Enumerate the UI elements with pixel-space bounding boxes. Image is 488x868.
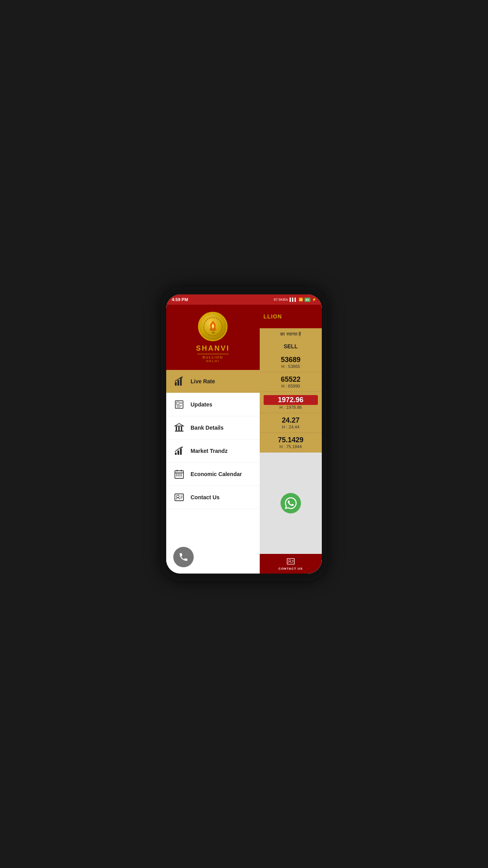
status-right: 97.5KB/s ▌▌▌ 📶 81 ⚡: [273, 298, 316, 302]
contact-us-bar[interactable]: CONTACT US: [260, 554, 322, 574]
economic-calendar-icon: [173, 468, 185, 480]
logo-circle: पंडित: [198, 312, 227, 341]
logo-subtitle: BULLION: [196, 355, 230, 359]
contact-us-bar-label: CONTACT US: [279, 567, 303, 570]
fab-area: [166, 541, 260, 574]
charging-icon: ⚡: [312, 298, 316, 302]
logo-underline: [197, 354, 229, 354]
wifi-icon: 📶: [299, 298, 303, 302]
svg-rect-5: [180, 378, 182, 386]
market-trandz-icon: [173, 445, 185, 457]
contact-us-bar-icon: [286, 557, 295, 566]
main-content: LLION का स्वागत है SELL 53689 H : 53865 …: [260, 305, 322, 574]
menu-item-economic-calendar[interactable]: Economic Calendar: [166, 463, 260, 486]
phone-screen: 4:59 PM 97.5KB/s ▌▌▌ 📶 81 ⚡: [166, 294, 322, 574]
svg-rect-27: [178, 474, 180, 474]
market-trandz-label: Market Trandz: [191, 448, 227, 454]
menu-item-contact-us[interactable]: Contact Us: [166, 486, 260, 509]
contact-us-label: Contact Us: [191, 494, 220, 500]
svg-point-38: [288, 559, 291, 562]
main-header: LLION: [260, 305, 322, 328]
navigation-drawer: पंडित SHANVI BULLION DELHI: [166, 305, 260, 574]
trend-chart-icon: [174, 446, 184, 456]
svg-rect-8: [177, 402, 180, 405]
live-rate-label: Live Rate: [191, 378, 215, 384]
svg-point-33: [177, 495, 180, 498]
calendar-icon: [174, 469, 184, 479]
signal-icon: ▌▌▌: [290, 298, 297, 302]
contact-us-menu-icon: [173, 491, 185, 503]
menu-item-market-trandz[interactable]: Market Trandz: [166, 440, 260, 463]
svg-rect-4: [178, 380, 179, 386]
rate-row-2: 1972.96 H : 1978.86: [260, 392, 322, 413]
rate-value-3: 24.27: [264, 416, 318, 425]
rate-row-0: 53689 H : 53865: [260, 353, 322, 372]
content-area: पंडित SHANVI BULLION DELHI: [166, 305, 322, 574]
menu-item-live-rate[interactable]: Live Rate: [166, 370, 260, 393]
newspaper-icon: [174, 399, 184, 410]
rate-value-1: 65522: [264, 375, 318, 384]
logo-name: SHANVI: [196, 344, 230, 353]
logo-text: SHANVI BULLION DELHI: [196, 344, 230, 363]
svg-rect-29: [176, 475, 177, 476]
drawer-header: पंडित SHANVI BULLION DELHI: [166, 305, 260, 370]
updates-label: Updates: [191, 401, 212, 408]
menu-list: Live Rate: [166, 370, 260, 541]
sell-header: SELL: [260, 340, 322, 353]
svg-rect-20: [180, 449, 182, 455]
live-rate-icon: [173, 375, 185, 387]
economic-calendar-label: Economic Calendar: [191, 471, 242, 477]
bottom-area: [260, 452, 322, 554]
rate-high-3: H : 24.44: [264, 425, 318, 429]
logo-city: DELHI: [196, 359, 230, 363]
menu-item-bank-details[interactable]: Bank Details: [166, 416, 260, 440]
svg-rect-15: [178, 427, 180, 431]
rate-value-2: 1972.96: [264, 395, 318, 405]
svg-rect-30: [178, 475, 180, 476]
network-speed: 97.5KB/s: [273, 298, 288, 302]
rate-row-4: 75.1429 H : 75.1844: [260, 433, 322, 452]
updates-icon: [173, 399, 185, 410]
welcome-text: का स्वागत है: [280, 331, 301, 337]
svg-rect-19: [178, 451, 179, 455]
rate-high-2: H : 1978.86: [264, 405, 318, 410]
rate-row-3: 24.27 H : 24.44: [260, 413, 322, 433]
rate-value-4: 75.1429: [264, 436, 318, 444]
phone-icon: [178, 552, 189, 562]
rate-high-0: H : 53865: [264, 364, 318, 369]
svg-rect-14: [176, 427, 177, 431]
svg-rect-22: [175, 471, 183, 478]
rate-high-1: H : 65990: [264, 384, 318, 388]
contact-card-icon: [174, 492, 184, 502]
header-text: LLION: [264, 313, 282, 320]
bank-icon: [173, 422, 185, 434]
bank-details-label: Bank Details: [191, 425, 224, 431]
svg-rect-16: [181, 427, 182, 431]
building-icon: [174, 423, 184, 433]
phone-call-button[interactable]: [173, 547, 194, 567]
svg-rect-18: [175, 452, 176, 454]
rate-row-1: 65522 H : 65990: [260, 372, 322, 392]
svg-rect-28: [180, 474, 182, 474]
rate-value-0: 53689: [264, 356, 318, 364]
menu-item-updates[interactable]: Updates: [166, 393, 260, 416]
svg-rect-31: [180, 475, 182, 476]
whatsapp-button[interactable]: [281, 493, 301, 513]
svg-marker-13: [175, 423, 183, 426]
status-bar: 4:59 PM 97.5KB/s ▌▌▌ 📶 81 ⚡: [166, 294, 322, 305]
battery-icon: 81: [305, 298, 310, 302]
svg-rect-17: [175, 431, 183, 432]
welcome-bar: का स्वागत है: [260, 328, 322, 340]
sell-label: SELL: [284, 343, 298, 349]
rate-high-4: H : 75.1844: [264, 444, 318, 449]
chart-bar-icon: [174, 376, 184, 386]
svg-rect-26: [176, 474, 177, 474]
logo-flame-icon: पंडित: [203, 317, 223, 337]
phone-shell: 4:59 PM 97.5KB/s ▌▌▌ 📶 81 ⚡: [161, 287, 327, 581]
svg-rect-3: [175, 382, 176, 386]
svg-text:पंडित: पंडित: [211, 331, 215, 333]
status-time: 4:59 PM: [172, 297, 188, 302]
whatsapp-icon: [285, 497, 297, 509]
